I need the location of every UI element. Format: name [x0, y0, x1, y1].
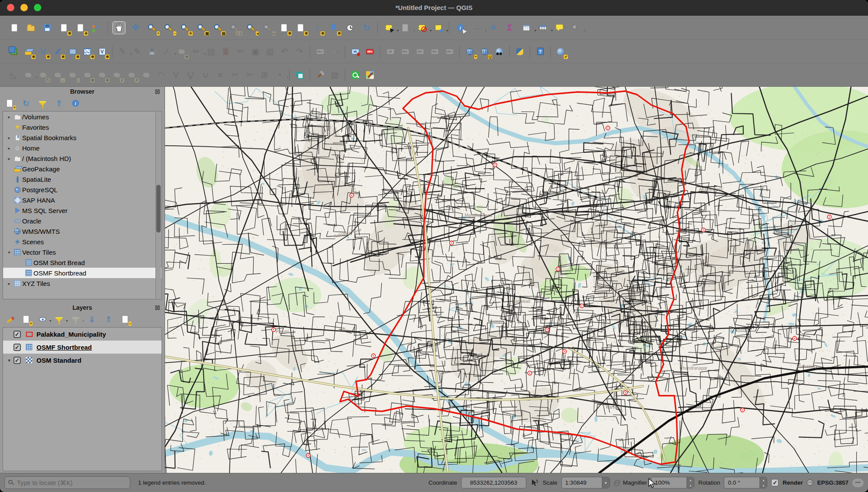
zoom-to-selection-button[interactable]: ▦	[195, 21, 208, 34]
expander-icon[interactable]: ▾	[6, 250, 13, 255]
locator-input[interactable]	[17, 479, 121, 486]
coordinate-input[interactable]	[461, 477, 526, 489]
magnifier-spinner[interactable]: 100% ▴▾	[651, 477, 694, 489]
open-attribute-table-button[interactable]: ▾	[520, 21, 533, 34]
statistical-summary-button[interactable]: Σ	[503, 21, 516, 34]
layer-item-osmf-shortbread[interactable]: ✓OSMF Shortbread	[3, 341, 162, 354]
measure-line-button[interactable]: ▾	[536, 21, 549, 34]
browser-item-sap-hana[interactable]: SAP HANA	[3, 195, 162, 205]
filter-legend-button[interactable]: ▾	[54, 314, 64, 325]
layer-visibility-checkbox[interactable]: ✓	[13, 344, 21, 351]
open-data-source-manager-button[interactable]	[7, 46, 20, 58]
new-map-view-button[interactable]: ✱	[277, 21, 290, 34]
spinner-up-down-icons[interactable]: ▴▾	[686, 477, 694, 488]
browser-item-geopackage[interactable]: GeoPackage	[3, 164, 162, 174]
add-layer-from-web-button[interactable]: +	[464, 46, 476, 58]
new-virtual-layer-button[interactable]: ✱	[96, 46, 108, 58]
pan-to-selection-button[interactable]: ✜	[129, 21, 142, 34]
spinner-up-down-icons[interactable]: ▴▾	[759, 477, 767, 488]
browser-item-favorites[interactable]: ★Favorites	[3, 122, 162, 132]
refresh-browser-button[interactable]: ↻	[21, 98, 31, 108]
refresh-map-button[interactable]: ↻	[360, 21, 373, 34]
dropdown-arrow-icon[interactable]: ▾	[66, 319, 68, 323]
duplicate-layers-button[interactable]	[294, 69, 306, 81]
lock-icon[interactable]	[614, 482, 619, 486]
metasearch-catalog-button[interactable]: Q	[479, 46, 491, 58]
new-temporary-scratch-layer-button[interactable]: ✱	[66, 46, 79, 58]
render-checkbox[interactable]: ✓	[771, 479, 779, 486]
open-layer-styling-button[interactable]	[4, 314, 15, 325]
browser-item-osmf-shortbread[interactable]: OSMF Shortbread	[3, 268, 162, 278]
remove-layer-button[interactable]: −	[120, 314, 130, 325]
layer-item-palakkad-municipality[interactable]: ✓Palakkad_Municipality	[3, 328, 162, 341]
zoom-in-button[interactable]: +	[145, 21, 158, 34]
add-selected-layers-button[interactable]: +	[4, 98, 15, 108]
crs-label[interactable]: EPSG:3857	[817, 479, 848, 486]
browser-item-home[interactable]: ▸⌂Home	[3, 143, 162, 153]
select-all-features-button[interactable]: ▾	[432, 21, 445, 34]
identify-features-button[interactable]: i	[454, 21, 467, 34]
processing-toolbox-button[interactable]: ✳	[487, 21, 500, 34]
browser-item-ms-sql-server[interactable]: MS SQL Server	[3, 205, 162, 216]
browser-item-vector-tiles[interactable]: ▾Vector Tiles	[3, 247, 162, 257]
zoom-to-layer-button[interactable]: ▤	[211, 21, 224, 34]
zoom-full-extent-button[interactable]: ✛	[178, 21, 191, 34]
dropdown-arrow-icon[interactable]: ▾	[287, 75, 289, 79]
browser-item-macintosh-hd[interactable]: ▸/ (Macintosh HD)	[3, 153, 162, 164]
highlight-pinned-labels-button[interactable]: abc	[364, 46, 376, 58]
project-new-button[interactable]	[8, 21, 21, 34]
collapse-all-button[interactable]: ⇑	[54, 98, 64, 108]
map-canvas[interactable]	[165, 87, 868, 473]
show-layout-manager-button[interactable]: ✚	[74, 21, 87, 34]
browser-item-oracle[interactable]: Oracle	[3, 216, 162, 226]
temporal-controller-panel-button[interactable]: ↓✱	[310, 21, 323, 34]
osm-search-button[interactable]	[349, 69, 361, 81]
locator-box[interactable]	[4, 476, 130, 489]
browser-item-postgresql[interactable]: PostgreSQL	[3, 184, 162, 195]
deselect-features-button[interactable]: ▾	[415, 21, 428, 34]
add-group-button[interactable]: +	[21, 314, 31, 325]
new-print-layout-button[interactable]: ✱	[57, 21, 70, 34]
expander-icon[interactable]: ▸	[6, 281, 13, 286]
project-save-button[interactable]	[41, 21, 54, 34]
expand-all-button[interactable]: ⇓	[87, 314, 97, 325]
layer-item-osm-standard[interactable]: ▾✓OSM Standard	[3, 354, 162, 367]
select-features-button[interactable]: ▾	[382, 21, 395, 34]
messages-button[interactable]: •••	[852, 479, 864, 487]
rotation-spinner[interactable]: 0.0 ° ▴▾	[724, 477, 767, 489]
pin-labels-button[interactable]: ab	[349, 46, 361, 58]
dropdown-arrow-icon[interactable]: ▾	[50, 319, 51, 323]
new-spatialite-layer-button[interactable]: ✱	[52, 46, 64, 58]
layers-close-icon[interactable]: ⊠	[155, 304, 160, 312]
zoom-last-button[interactable]: ◂	[244, 21, 257, 34]
browser-item-osm-short-bread[interactable]: OSM Short Bread	[3, 257, 162, 268]
new-mesh-layer-button[interactable]: ✱	[81, 46, 93, 58]
osm-place-search-button[interactable]	[493, 46, 505, 58]
browser-scrollbar[interactable]	[155, 112, 161, 298]
layer-visibility-checkbox[interactable]: ✓	[13, 357, 21, 364]
browser-close-icon[interactable]: ⊠	[155, 88, 160, 95]
osm-feature-check-button[interactable]: ✔	[554, 46, 567, 58]
zoom-out-button[interactable]: −	[162, 21, 175, 34]
browser-item-spatial-bookmarks[interactable]: ▸Spatial Bookmarks	[3, 132, 162, 143]
browser-scrollbar-thumb[interactable]	[156, 185, 161, 233]
style-manager-button[interactable]	[90, 21, 103, 34]
map-tips-button[interactable]	[553, 21, 566, 34]
chevron-down-icon[interactable]: ▾	[602, 477, 610, 488]
new-geopackage-layer-button[interactable]: ✱	[22, 46, 34, 58]
expander-icon[interactable]: ▸	[6, 115, 13, 119]
browser-item-spatialite[interactable]: SpatiaLite	[3, 174, 162, 184]
filter-browser-button[interactable]	[37, 98, 48, 108]
expander-icon[interactable]: ▸	[6, 135, 13, 140]
help-contents-button[interactable]: ?	[534, 46, 546, 58]
manage-map-themes-button[interactable]: ▾	[37, 314, 48, 325]
pan-map-button[interactable]	[112, 21, 125, 34]
browser-item-volumes[interactable]: ▸/Volumes	[3, 112, 162, 122]
dropdown-arrow-icon[interactable]: ▾	[83, 319, 84, 323]
show-properties-button[interactable]: i	[70, 98, 81, 108]
new-shapefile-layer-button[interactable]: V✱	[37, 46, 49, 58]
expander-icon[interactable]: ▸	[6, 146, 13, 151]
crs-globe-icon[interactable]	[807, 479, 813, 486]
expander-icon[interactable]: ▾	[6, 358, 13, 363]
expander-icon[interactable]: ▸	[6, 156, 13, 161]
